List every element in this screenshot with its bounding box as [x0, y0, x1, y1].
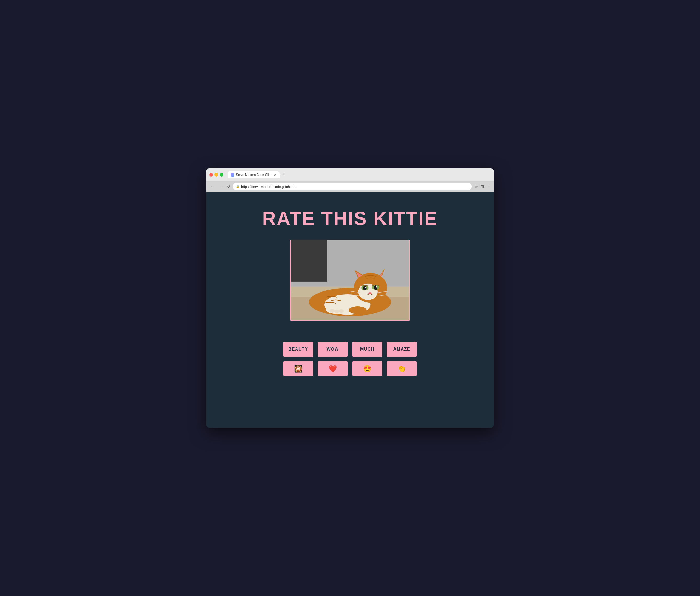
sparkle-button[interactable]: 🎇	[283, 361, 314, 376]
heart-button[interactable]: ❤️	[318, 361, 348, 376]
new-tab-button[interactable]: +	[281, 172, 286, 178]
svg-point-29	[334, 309, 339, 313]
close-window-button[interactable]	[209, 173, 213, 177]
minimize-window-button[interactable]	[215, 173, 218, 177]
beauty-button[interactable]: BEAUTY	[283, 342, 314, 357]
svg-point-27	[349, 306, 367, 314]
star-eyes-button[interactable]: 😍	[352, 361, 382, 376]
extensions-button[interactable]: ⊞	[480, 184, 484, 189]
wow-button[interactable]: WOW	[318, 342, 348, 357]
cat-illustration	[291, 241, 409, 320]
svg-rect-3	[291, 241, 327, 281]
url-bar[interactable]: 🔒 https://serve-modern-code.glitch.me	[233, 183, 472, 190]
tab-close-button[interactable]: ✕	[274, 173, 276, 177]
svg-point-16	[374, 285, 377, 290]
cat-image	[290, 240, 410, 321]
back-button[interactable]: ←	[209, 184, 216, 189]
browser-window: Serve Modern Code Glit... ✕ + ← → ↺ 🔒 ht…	[206, 169, 494, 427]
svg-point-15	[363, 286, 367, 291]
much-button[interactable]: MUCH	[352, 342, 382, 357]
lock-icon: 🔒	[236, 185, 240, 189]
buttons-section: BEAUTY WOW MUCH AMAZE 🎇 ❤️ 😍 👏	[283, 342, 417, 376]
page-content: RATE THIS KITTIE	[206, 192, 494, 427]
rating-buttons-row1: BEAUTY WOW MUCH AMAZE	[283, 342, 417, 357]
rating-buttons-row2: 🎇 ❤️ 😍 👏	[283, 361, 417, 376]
url-text: https://serve-modern-code.glitch.me	[241, 185, 295, 189]
svg-point-17	[365, 287, 366, 288]
traffic-lights	[209, 173, 223, 177]
maximize-window-button[interactable]	[220, 173, 223, 177]
amaze-button[interactable]: AMAZE	[386, 342, 417, 357]
svg-point-30	[339, 309, 344, 313]
forward-button[interactable]: →	[218, 184, 224, 189]
bookmark-button[interactable]: ☆	[474, 184, 478, 189]
title-bar: Serve Modern Code Glit... ✕ +	[206, 169, 494, 181]
refresh-button[interactable]: ↺	[227, 184, 230, 189]
clap-button[interactable]: 👏	[386, 361, 417, 376]
address-actions: ☆ ⊞ ⋮	[474, 184, 491, 189]
page-title: RATE THIS KITTIE	[262, 208, 438, 229]
tab-favicon-icon	[231, 173, 234, 177]
svg-point-18	[376, 287, 377, 288]
more-menu-button[interactable]: ⋮	[486, 184, 491, 189]
active-tab[interactable]: Serve Modern Code Glit... ✕	[228, 171, 280, 178]
tab-bar: Serve Modern Code Glit... ✕ +	[228, 171, 491, 178]
address-bar: ← → ↺ 🔒 https://serve-modern-code.glitch…	[206, 181, 494, 192]
tab-title: Serve Modern Code Glit...	[236, 173, 272, 177]
svg-point-28	[330, 309, 335, 313]
